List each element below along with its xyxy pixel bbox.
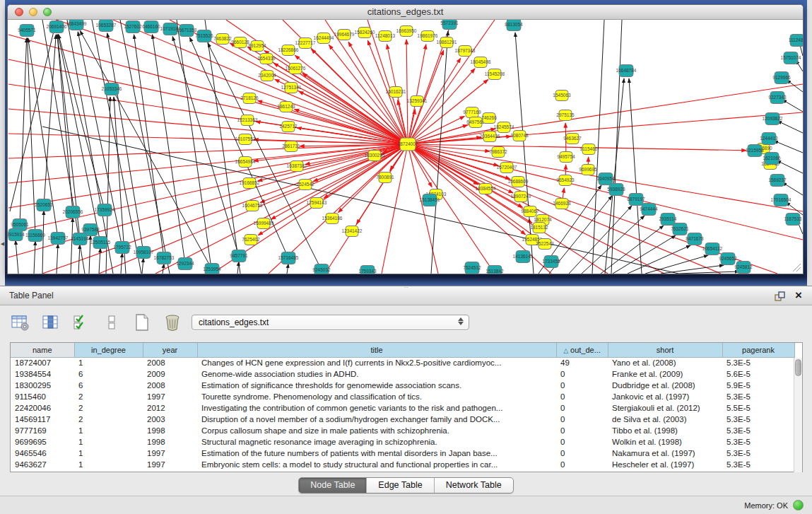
panel-divider-grip[interactable]: …: [404, 285, 410, 288]
network-node[interactable]: 9457791: [230, 250, 248, 262]
minimize-traffic-light[interactable]: [29, 8, 37, 16]
table-cell[interactable]: 0: [556, 414, 608, 425]
table-cell[interactable]: 1997: [143, 391, 197, 402]
column-header[interactable]: in_degree: [74, 343, 143, 357]
network-view-window[interactable]: citations_edges.txt 18724007746382296601…: [7, 4, 804, 274]
table-cell[interactable]: 18724007: [11, 357, 74, 368]
network-node[interactable]: 7632621: [671, 223, 689, 235]
network-node[interactable]: 10107553: [235, 134, 256, 145]
network-graph[interactable]: 1872400774638229660128891295416543392342…: [8, 20, 803, 274]
table-cell[interactable]: Tourette syndrome. Phenomenology and cla…: [197, 391, 556, 402]
network-node[interactable]: 17359924: [95, 204, 115, 216]
table-cell[interactable]: 6: [74, 380, 143, 391]
network-node[interactable]: 9129966: [772, 72, 791, 84]
network-node[interactable]: 8912954: [248, 41, 266, 52]
table-cell[interactable]: 0: [556, 402, 608, 414]
network-node[interactable]: 10861291: [437, 37, 457, 48]
table-cell[interactable]: 9115460: [11, 391, 74, 402]
table-row[interactable]: 1830029562008Estimation of significance …: [11, 380, 794, 391]
network-node[interactable]: 1640954: [596, 173, 615, 185]
table-cell[interactable]: 2: [74, 402, 143, 414]
network-node[interactable]: 6879197: [627, 194, 645, 206]
network-node[interactable]: 18045498: [471, 57, 491, 68]
network-node[interactable]: 14136141: [513, 251, 534, 263]
network-node[interactable]: 12341422: [342, 226, 363, 237]
table-cell[interactable]: 2009: [143, 368, 197, 380]
network-node[interactable]: 10958107: [134, 247, 154, 259]
table-cell[interactable]: 0: [556, 368, 608, 380]
table-vertical-scrollbar[interactable]: [794, 358, 802, 472]
network-node[interactable]: 9227343: [768, 92, 787, 104]
table-cell[interactable]: 0: [556, 391, 608, 402]
column-header[interactable]: year: [143, 343, 197, 357]
table-cell[interactable]: 18300295: [11, 380, 74, 391]
table-cell[interactable]: Estimation of significance thresholds fo…: [197, 380, 556, 391]
network-node[interactable]: 18797343: [455, 46, 476, 57]
table-cell[interactable]: Dudbridge et al. (2008): [608, 380, 722, 391]
network-node[interactable]: 11248013: [375, 31, 396, 42]
scrollbar-thumb[interactable]: [795, 359, 801, 376]
table-select-dropdown[interactable]: citations_edges.txt: [192, 315, 469, 330]
network-node[interactable]: 746266: [481, 113, 497, 124]
table-cell[interactable]: 0: [556, 380, 608, 391]
table-cell[interactable]: 0: [556, 425, 608, 436]
network-node[interactable]: 9245812: [734, 262, 753, 274]
network-node[interactable]: 9245032: [312, 264, 331, 274]
network-node[interactable]: 9405571: [18, 25, 36, 37]
table-row[interactable]: 946554611997Estimation of the future num…: [11, 448, 794, 459]
table-cell[interactable]: 1998: [143, 425, 197, 436]
table-cell[interactable]: 5.6E-5: [722, 368, 794, 380]
network-node[interactable]: 1569237: [768, 175, 787, 187]
network-node[interactable]: 7800891: [376, 173, 394, 183]
table-cell[interactable]: 1: [74, 436, 143, 448]
network-node[interactable]: 9495754: [557, 152, 575, 163]
network-node[interactable]: 15716485: [278, 252, 299, 264]
trash-icon[interactable]: [162, 313, 183, 332]
table-cell[interactable]: Changes of HCN gene expression and I(f) …: [197, 357, 556, 368]
table-cell[interactable]: Genome-wide association studies in ADHD.: [197, 368, 556, 380]
network-node[interactable]: 20206556: [63, 206, 83, 218]
table-row[interactable]: 911546021997Tourette syndrome. Phenomeno…: [11, 391, 794, 402]
table-cell[interactable]: 5.3E-5: [722, 414, 794, 425]
network-node[interactable]: 5938928: [607, 184, 625, 196]
network-node[interactable]: 1253954: [203, 264, 221, 274]
table-cell[interactable]: Hescheler et al. (1997): [608, 459, 722, 470]
network-node[interactable]: 1292344: [176, 258, 194, 270]
table-cell[interactable]: 19384554: [11, 368, 74, 380]
network-node[interactable]: 18724007: [398, 138, 418, 151]
network-node[interactable]: 15824260: [355, 28, 375, 38]
table-cell[interactable]: Corpus callosum shape and size in male p…: [197, 425, 556, 436]
table-cell[interactable]: Investigating the contribution of common…: [197, 402, 556, 414]
table-row[interactable]: 2242004622012Investigating the contribut…: [11, 402, 794, 414]
table-cell[interactable]: 5.5E-5: [722, 402, 794, 414]
network-node[interactable]: 2718126: [240, 93, 259, 104]
table-header-row[interactable]: namein_degreeyeartitle△out_de...shortpag…: [11, 343, 794, 357]
network-node[interactable]: 6466160: [142, 21, 160, 33]
table-cell[interactable]: 2012: [143, 402, 197, 414]
memory-ok-icon[interactable]: [793, 500, 804, 510]
table-cell[interactable]: 2008: [143, 380, 197, 391]
table-cell[interactable]: Yano et al. (2008): [608, 357, 722, 368]
window-titlebar[interactable]: citations_edges.txt: [8, 5, 803, 20]
network-node[interactable]: 18654984: [235, 157, 256, 168]
network-node[interactable]: 12505115: [90, 237, 111, 249]
table-cell[interactable]: de Silva et al. (2003): [608, 414, 722, 425]
table-cell[interactable]: 0: [556, 436, 608, 448]
table-cell[interactable]: 6: [74, 368, 143, 380]
table-cell[interactable]: Tibbo et al. (1998): [608, 425, 722, 436]
table-cell[interactable]: Estimation of the future numbers of pati…: [197, 448, 556, 459]
network-node[interactable]: 5572391: [440, 20, 459, 30]
tab-node-table[interactable]: Node Table: [299, 478, 367, 493]
network-node[interactable]: 1621066: [763, 153, 781, 165]
table-cell[interactable]: 1: [74, 448, 143, 459]
table-cell[interactable]: 2003: [143, 414, 197, 425]
close-panel-icon[interactable]: ×: [795, 288, 802, 303]
table-cell[interactable]: 5.3E-5: [722, 448, 794, 459]
column-header[interactable]: title: [197, 343, 556, 357]
column-header[interactable]: name: [11, 343, 74, 357]
network-node[interactable]: 11156869: [25, 230, 45, 242]
table-cell[interactable]: 5.3E-5: [722, 425, 794, 436]
network-node[interactable]: 16671358: [177, 25, 197, 37]
table-cell[interactable]: Stergiakouli et al. (2012): [608, 402, 722, 414]
network-node[interactable]: 9245652: [719, 253, 737, 265]
